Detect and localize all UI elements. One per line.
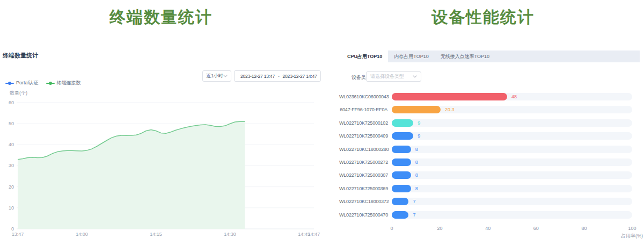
chevron-down-icon — [223, 75, 228, 77]
date-range-picker[interactable]: 2023-12-27 13:47 - 2023-12-27 14:47 — [234, 70, 321, 82]
bar-row: WL022710KC180003727 — [341, 198, 640, 205]
left-section-title: 终端数量统计 — [0, 6, 322, 28]
bar-row: WL022710K7250002728 — [341, 158, 640, 166]
bar-value-label: 9 — [418, 133, 420, 139]
dashboard: 终端数量统计 设备性能统计 终端数量统计 近1小时 2023-12-27 13:… — [0, 0, 644, 245]
y-tick-label: 30 — [9, 163, 14, 168]
x-axis-tick: 100 — [628, 226, 636, 231]
bar-track — [392, 106, 632, 113]
bar — [392, 132, 413, 140]
terminal-panel-header: 终端数量统计 — [3, 52, 38, 60]
bar — [392, 211, 408, 219]
x-tick-label: 13:47 — [12, 232, 24, 237]
chevron-down-icon — [413, 75, 417, 78]
bar — [392, 171, 411, 179]
bar — [392, 158, 411, 166]
bar-category-label: WL023610KC06000043 — [339, 94, 387, 99]
bar-value-label: 7 — [413, 212, 415, 218]
series-area — [18, 121, 245, 229]
bar-category-label: WL022710K725000409 — [339, 133, 387, 139]
bar-chart-x-axis-name: 占用率(%) — [621, 233, 643, 240]
device-type-placeholder: 请选择设备类型 — [370, 73, 404, 80]
performance-tab-bar: CPU占用TOP10内存占用TOP10无线接入点速率TOP10 — [341, 51, 640, 62]
bar-row: WL022710K7250003078 — [341, 171, 640, 179]
x-axis-tick: 80 — [581, 226, 587, 231]
x-tick-label: 14:47 — [308, 232, 320, 237]
bar-track — [392, 146, 632, 153]
y-tick-label: 60 — [9, 100, 14, 105]
x-axis-tick: 60 — [533, 226, 539, 231]
date-range-start: 2023-12-27 13:47 — [240, 74, 275, 79]
bar — [392, 93, 507, 100]
bar-value-label: 8 — [415, 160, 418, 165]
y-tick-label: 40 — [9, 142, 14, 147]
bar-value-label: 20.3 — [445, 107, 455, 112]
device-type-select[interactable]: 请选择设备类型 — [366, 71, 421, 82]
legend-item[interactable]: Portal认证 — [5, 80, 39, 87]
y-tick-label: 50 — [9, 121, 14, 126]
bar-row: WL022710K7250004099 — [341, 132, 640, 140]
bar-row: 6047-FF96-1070-EF0A20.3 — [341, 106, 640, 113]
bar-value-label: 8 — [415, 186, 418, 191]
bar-track — [392, 158, 632, 166]
x-tick-label: 14:30 — [224, 232, 236, 237]
bar-category-label: 6047-FF96-1070-EF0A — [339, 107, 387, 112]
bar-row: WL022710K7250004707 — [341, 211, 640, 219]
bar-category-label: WL022710K725000272 — [339, 160, 387, 165]
date-range-end: 2023-12-27 14:47 — [283, 74, 317, 79]
bar-track — [392, 185, 632, 192]
x-axis-tick: 0 — [390, 226, 393, 231]
bar — [392, 146, 411, 153]
right-section-title: 设备性能统计 — [322, 6, 644, 28]
bar-row: WL022710K7250001029 — [341, 119, 640, 127]
bar — [392, 198, 408, 205]
x-tick-label: 14:15 — [150, 232, 162, 237]
y-tick-label: 0 — [11, 226, 14, 232]
time-range-value: 近1小时 — [206, 73, 223, 80]
y-tick-label: 10 — [9, 205, 14, 211]
bar-row: WL022710K7250003698 — [341, 185, 640, 192]
tab-2[interactable]: 无线接入点速率TOP10 — [435, 51, 495, 62]
bar-category-label: WL022710KC18000280 — [339, 147, 387, 152]
date-range-separator: - — [278, 74, 280, 79]
bar-track — [392, 171, 632, 179]
bar-value-label: 9 — [418, 120, 420, 126]
legend-item[interactable]: 终端连接数 — [46, 80, 81, 87]
bar-category-label: WL022710KC18000372 — [339, 199, 387, 204]
line-chart-legend: Portal认证终端连接数 — [5, 80, 81, 87]
bar-value-label: 8 — [415, 147, 418, 152]
bar-track — [392, 211, 632, 219]
tab-0[interactable]: CPU占用TOP10 — [341, 51, 388, 62]
bar-value-label: 7 — [413, 199, 415, 204]
bar-row: WL023610KC0600004348 — [341, 93, 640, 100]
x-axis-tick: 20 — [437, 226, 443, 231]
bar — [392, 185, 411, 192]
cpu-usage-bar-chart: WL023610KC06000043486047-FF96-1070-EF0A2… — [341, 90, 640, 244]
legend-label: Portal认证 — [16, 80, 39, 87]
x-tick-label: 14:00 — [76, 232, 88, 237]
y-tick-label: 20 — [9, 184, 14, 190]
bar-track — [392, 119, 632, 127]
legend-marker-icon — [5, 82, 14, 85]
bar-category-label: WL022710K725000102 — [339, 120, 387, 126]
bar-value-label: 48 — [511, 94, 517, 99]
legend-label: 终端连接数 — [57, 80, 81, 87]
bar-row: WL022710KC180002808 — [341, 146, 640, 153]
bar-category-label: WL022710K725000470 — [339, 212, 387, 218]
bar-category-label: WL022710K725000307 — [339, 172, 387, 178]
tab-1[interactable]: 内存占用TOP10 — [388, 51, 434, 62]
bar — [392, 119, 413, 127]
bar — [392, 106, 441, 113]
bar-track — [392, 198, 632, 205]
bar-value-label: 8 — [415, 172, 418, 178]
line-chart-y-axis-name: 数量(个) — [10, 90, 27, 97]
legend-marker-icon — [46, 82, 55, 85]
x-axis-tick: 40 — [485, 226, 491, 231]
bar-category-label: WL022710K725000369 — [339, 186, 387, 191]
bar-track — [392, 132, 632, 140]
terminal-count-line-chart: 010203040506013:4714:0014:1514:3014:4514… — [0, 99, 322, 244]
time-range-select[interactable]: 近1小时 — [202, 70, 231, 82]
